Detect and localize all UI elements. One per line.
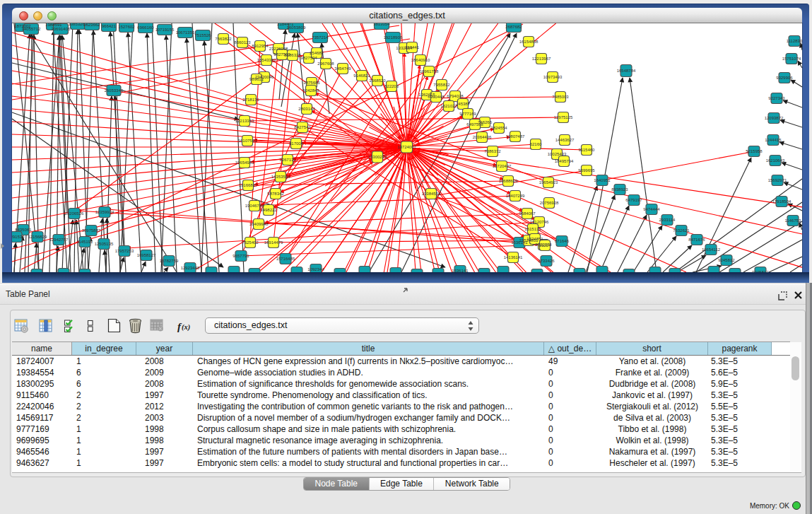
svg-text:12923448: 12923448 (181, 266, 200, 270)
svg-text:1092344: 1092344 (307, 267, 324, 271)
svg-text:2718176: 2718176 (242, 98, 259, 102)
svg-text:3813054: 3813054 (373, 23, 390, 26)
svg-text:7625402: 7625402 (242, 240, 259, 245)
svg-text:18495794: 18495794 (555, 159, 574, 163)
svg-text:9474444: 9474444 (643, 207, 660, 211)
svg-text:18724007: 18724007 (397, 145, 416, 149)
svg-text:19654923: 19654923 (539, 180, 558, 185)
svg-text:2933114: 2933114 (659, 218, 676, 222)
svg-text:10807487: 10807487 (506, 134, 525, 139)
svg-text:12156829: 12156829 (28, 235, 47, 239)
svg-text:9146821: 9146821 (353, 74, 370, 78)
svg-text:1568520: 1568520 (369, 78, 386, 83)
svg-text:3498222: 3498222 (260, 208, 277, 212)
svg-text:15300273: 15300273 (368, 155, 387, 159)
svg-text:9827504: 9827504 (300, 56, 317, 60)
svg-text:3875685: 3875685 (303, 81, 320, 85)
svg-text:7632621: 7632621 (673, 228, 690, 233)
svg-text:8471676: 8471676 (688, 238, 705, 242)
svg-text:9684067: 9684067 (519, 211, 536, 216)
svg-text:10719155: 10719155 (155, 28, 175, 32)
svg-text:9245812: 9245812 (718, 258, 735, 262)
svg-text:989612: 989612 (249, 77, 264, 81)
svg-text:15692971: 15692971 (768, 178, 787, 182)
svg-text:20206526: 20206526 (65, 211, 84, 216)
svg-text:19166827: 19166827 (239, 183, 258, 187)
svg-text:21224: 21224 (539, 243, 551, 247)
svg-text:9777169: 9777169 (459, 112, 476, 116)
svg-text:9115460: 9115460 (579, 148, 596, 152)
svg-text:8435061: 8435061 (15, 228, 32, 232)
svg-text:6966160: 6966160 (137, 25, 154, 30)
svg-text:12093872: 12093872 (765, 116, 784, 120)
svg-text:16958127: 16958127 (137, 253, 156, 257)
svg-text:16961758: 16961758 (420, 69, 439, 74)
svg-text:9657791: 9657791 (233, 254, 249, 258)
svg-text:62160: 62160 (530, 142, 542, 146)
svg-text:1733426: 1733426 (538, 259, 555, 263)
svg-text:9699695: 9699695 (578, 168, 595, 173)
svg-text:1524851: 1524851 (526, 237, 543, 241)
svg-text:6794028: 6794028 (447, 94, 464, 98)
svg-text:7515526: 7515526 (194, 33, 211, 37)
svg-text:7485003: 7485003 (552, 95, 569, 99)
svg-text:20756928: 20756928 (540, 201, 559, 205)
svg-text:7357214: 7357214 (312, 35, 329, 40)
svg-text:16914479: 16914479 (264, 240, 283, 245)
svg-text:10688609: 10688609 (499, 179, 518, 183)
svg-text:12213363: 12213363 (235, 119, 254, 123)
svg-text:7955812: 7955812 (433, 83, 450, 87)
svg-text:245387: 245387 (456, 102, 471, 106)
svg-text:20691406: 20691406 (52, 27, 71, 31)
svg-text:9329906: 9329906 (776, 76, 793, 80)
svg-text:3824554: 3824554 (490, 126, 507, 130)
svg-text:1527602: 1527602 (118, 25, 135, 29)
svg-text:7663822: 7663822 (215, 37, 232, 41)
svg-text:216441: 216441 (405, 45, 420, 49)
svg-text:12975125: 12975125 (554, 115, 573, 119)
svg-text:12942757: 12942757 (49, 238, 69, 242)
svg-text:14353594: 14353594 (271, 175, 290, 179)
svg-text:19654983: 19654983 (235, 160, 254, 165)
svg-text:2803144: 2803144 (298, 107, 315, 111)
svg-text:1244415: 1244415 (765, 138, 782, 142)
svg-text:26053346: 26053346 (105, 88, 124, 93)
svg-text:822203: 822203 (384, 84, 399, 88)
svg-text:18407249: 18407249 (506, 194, 525, 198)
svg-text:1640951: 1640951 (594, 178, 611, 182)
svg-text:15751074: 15751074 (782, 57, 801, 61)
svg-text:254687: 254687 (310, 51, 324, 55)
svg-text:10025433: 10025433 (548, 152, 567, 156)
svg-text:6990448: 6990448 (428, 95, 445, 99)
svg-text:8660123: 8660123 (234, 40, 251, 45)
svg-text:14055712: 14055712 (22, 27, 41, 31)
svg-text:16782759: 16782759 (160, 259, 179, 263)
svg-text:16053809: 16053809 (287, 25, 306, 30)
svg-text:1145191: 1145191 (77, 240, 94, 244)
svg-text:1391530: 1391530 (12, 235, 25, 239)
svg-text:7386372: 7386372 (484, 149, 501, 153)
svg-text:16154808: 16154808 (519, 40, 539, 44)
svg-text:16548784: 16548784 (617, 69, 636, 73)
svg-text:2687682: 2687682 (505, 25, 522, 29)
svg-text:16120746: 16120746 (530, 220, 549, 224)
svg-text:10654112: 10654112 (702, 247, 721, 252)
svg-text:1146753: 1146753 (785, 218, 802, 223)
svg-text:16107563: 16107563 (238, 139, 257, 143)
svg-text:17957253: 17957253 (115, 249, 134, 253)
svg-text:15716485: 15716485 (276, 257, 295, 261)
svg-text:14463627: 14463627 (555, 138, 575, 142)
svg-text:6479197: 6479197 (625, 198, 642, 202)
svg-text:17918504: 17918504 (772, 199, 792, 204)
svg-text:3454749: 3454749 (334, 66, 351, 71)
svg-text:15720407: 15720407 (493, 164, 512, 168)
svg-text:871646: 871646 (555, 239, 570, 243)
svg-text:10973493: 10973493 (543, 75, 563, 79)
svg-text:23226058: 23226058 (269, 47, 288, 51)
svg-text:12359924: 12359924 (95, 210, 114, 214)
svg-text:19218906: 19218906 (384, 35, 403, 40)
svg-text:6497568: 6497568 (466, 122, 483, 127)
svg-text:18640910: 18640910 (411, 58, 430, 62)
svg-text:20364436: 20364436 (473, 135, 492, 139)
svg-text:8186328: 8186328 (284, 53, 301, 57)
